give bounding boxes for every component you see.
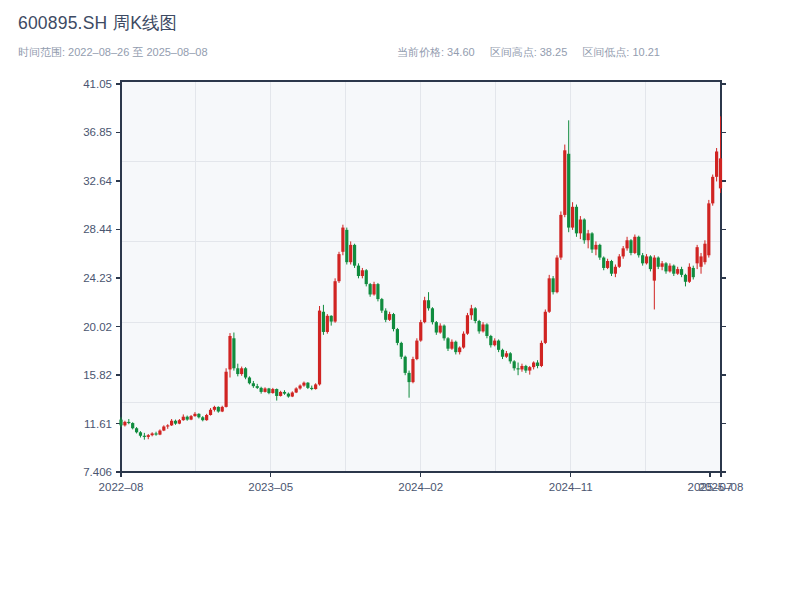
kline-chart: 41.0536.8532.6428.4424.2320.0215.8211.61… [0, 0, 800, 600]
candle [649, 255, 652, 271]
candle [559, 211, 562, 259]
candle [598, 244, 601, 260]
candle [466, 313, 469, 335]
candle [400, 342, 403, 359]
candle [341, 225, 344, 256]
svg-text:36.85: 36.85 [83, 126, 112, 138]
candle [225, 368, 228, 407]
candle [633, 234, 636, 254]
svg-text:2023–05: 2023–05 [248, 481, 293, 493]
candle [552, 276, 555, 294]
candle [334, 278, 337, 322]
candle [563, 145, 566, 218]
svg-text:24.23: 24.23 [83, 272, 112, 284]
svg-text:41.05: 41.05 [83, 78, 112, 90]
candle [376, 283, 379, 301]
candle [555, 255, 558, 293]
candle [419, 320, 422, 342]
candle [248, 376, 251, 384]
date-range-label: 时间范围: 2022–08–26 至 2025–08–08 [18, 45, 208, 60]
candle [423, 297, 426, 324]
price-stats: 当前价格: 34.60 区间高点: 38.25 区间低点: 10.21 [397, 45, 660, 60]
candle [392, 313, 395, 331]
range-low-stat: 区间低点: 10.21 [582, 45, 660, 60]
candle [431, 307, 434, 324]
candle [703, 240, 706, 264]
candle [396, 328, 399, 345]
candle [629, 239, 632, 255]
y-axis-labels: 41.0536.8532.6428.4424.2320.0215.8211.61… [83, 78, 112, 478]
candle [637, 236, 640, 258]
candle [544, 309, 547, 344]
svg-text:15.82: 15.82 [83, 369, 112, 381]
candle [715, 148, 718, 181]
svg-text:7.406: 7.406 [83, 466, 112, 478]
candle [575, 205, 578, 237]
svg-text:2022–08: 2022–08 [99, 481, 144, 493]
candle [318, 306, 321, 386]
candle [415, 338, 418, 360]
svg-text:2024–02: 2024–02 [398, 481, 443, 493]
x-axis-labels: 2022–082023–052024–022024–112025–072025–… [99, 481, 744, 493]
svg-text:2024–11: 2024–11 [549, 481, 593, 493]
candle [353, 244, 356, 268]
svg-text:11.61: 11.61 [84, 418, 112, 430]
page-title: 600895.SH 周K线图 [18, 11, 177, 35]
svg-text:20.02: 20.02 [83, 321, 112, 333]
candle [244, 367, 247, 379]
candle [404, 356, 407, 376]
candle [474, 307, 477, 323]
current-price-stat: 当前价格: 34.60 [397, 45, 475, 60]
svg-text:32.64: 32.64 [83, 175, 112, 187]
candle [711, 175, 714, 206]
candle [583, 218, 586, 243]
candle [548, 275, 551, 313]
candle [326, 314, 329, 334]
range-high-stat: 区间高点: 38.25 [490, 45, 568, 60]
candle [707, 200, 710, 258]
candle [411, 357, 414, 384]
candle [540, 341, 543, 368]
candle [462, 331, 465, 348]
kline-app-window: 41.0536.8532.6428.4424.2320.0215.8211.61… [0, 0, 800, 600]
candle [337, 252, 340, 283]
candle [610, 260, 613, 276]
svg-text:2025–08: 2025–08 [699, 481, 744, 493]
svg-text:28.44: 28.44 [83, 223, 112, 235]
candle [365, 269, 368, 286]
candle [345, 228, 348, 265]
candle [443, 324, 446, 340]
